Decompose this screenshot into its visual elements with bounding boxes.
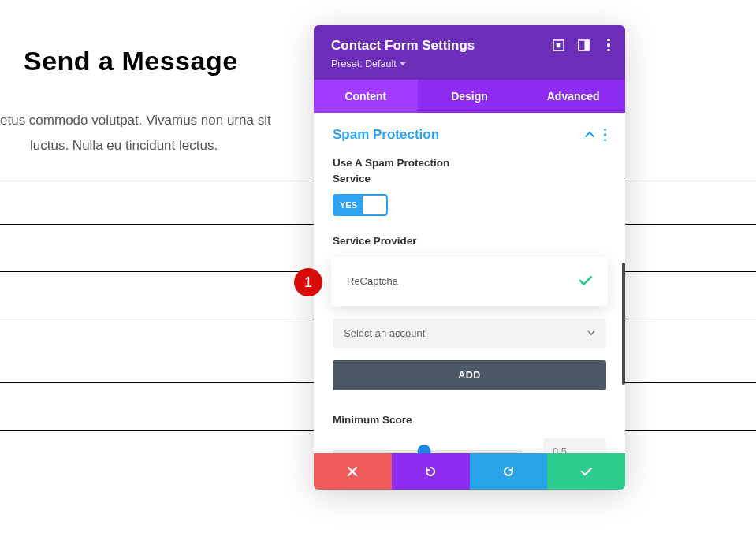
toggle-text: YES [333,200,357,210]
scrollbar[interactable] [622,263,625,385]
check-icon [579,274,592,289]
preset-dropdown[interactable]: Preset: Default [331,58,406,69]
provider-name: ReCaptcha [347,275,398,287]
toggle-knob [363,196,386,214]
cancel-button[interactable] [314,453,392,490]
tab-content[interactable]: Content [314,80,418,113]
annotation-number: 1 [304,274,312,291]
svg-rect-1 [556,43,560,47]
min-score-label: Minimum Score [333,412,606,428]
preset-label: Preset: Default [331,58,397,69]
section-title: Spam Protection [333,127,439,143]
section-options-icon[interactable] [604,129,607,142]
spam-toggle[interactable]: YES [333,194,388,216]
chevron-down-icon [587,329,595,337]
tab-bar: Content Design Advanced [314,80,625,113]
account-select-placeholder: Select an account [344,327,425,339]
min-score-value[interactable]: 0.5 [543,438,606,453]
chevron-down-icon [400,61,406,67]
close-icon [346,465,359,478]
dock-icon[interactable] [576,38,590,52]
slider-thumb[interactable] [417,445,430,453]
modal-header: Contact Form Settings Preset: Default [314,25,625,80]
section-header[interactable]: Spam Protection [333,127,606,143]
save-button[interactable] [547,453,625,490]
settings-modal: Contact Form Settings Preset: Default Co… [314,25,625,490]
service-provider-label: Service Provider [333,233,606,249]
provider-option-recaptcha[interactable]: ReCaptcha [331,257,608,306]
use-spam-label: Use A Spam Protection Service [333,155,475,186]
expand-icon[interactable] [551,38,565,52]
undo-icon [424,465,437,478]
panel-body: Spam Protection Use A Spam Protection Se… [314,113,625,453]
more-menu-icon[interactable] [601,38,616,52]
undo-button[interactable] [392,453,470,490]
redo-icon [502,465,515,478]
add-button[interactable]: ADD [333,360,606,390]
account-select[interactable]: Select an account [333,319,606,348]
collapse-icon[interactable] [585,128,594,142]
check-icon [580,465,593,478]
tab-advanced[interactable]: Advanced [521,80,625,113]
svg-rect-3 [584,39,589,50]
min-score-slider[interactable] [333,445,523,453]
modal-footer [314,453,625,490]
annotation-badge-1: 1 [294,268,322,296]
tab-design[interactable]: Design [418,80,522,113]
redo-button[interactable] [470,453,548,490]
